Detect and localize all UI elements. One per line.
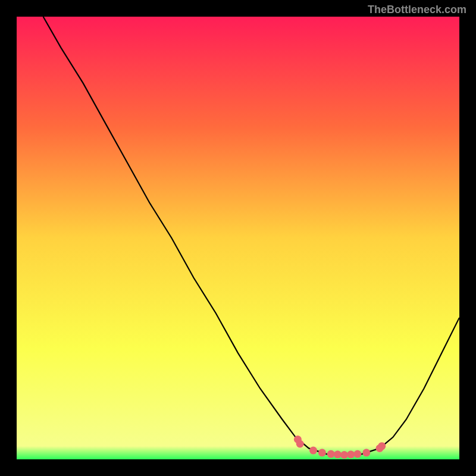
chart-markers: [17, 17, 459, 459]
chart-marker: [318, 449, 326, 456]
chart-plot-area: [17, 17, 459, 459]
chart-marker: [327, 450, 335, 458]
chart-marker: [340, 451, 348, 459]
chart-marker: [347, 450, 355, 458]
chart-marker: [353, 450, 361, 458]
chart-marker: [309, 447, 317, 455]
attribution-text: TheBottleneck.com: [368, 4, 466, 16]
chart-marker: [378, 442, 386, 450]
chart-marker: [334, 450, 342, 458]
chart-marker: [362, 449, 370, 456]
chart-marker: [296, 440, 304, 448]
